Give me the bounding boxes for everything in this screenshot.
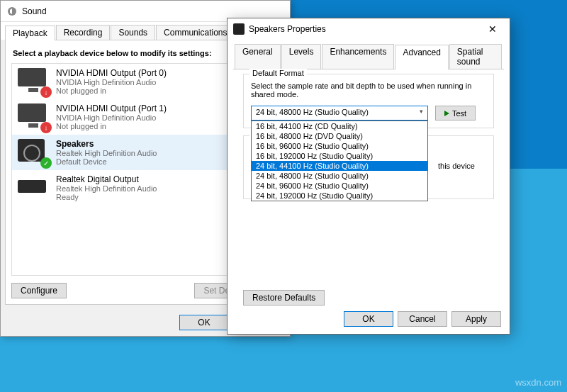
monitor-icon: ↓	[18, 103, 49, 130]
tab-communications[interactable]: Communications	[156, 25, 235, 40]
format-option[interactable]: 16 bit, 96000 Hz (Studio Quality)	[252, 141, 427, 151]
prop-ok-button[interactable]: OK	[344, 311, 393, 327]
tab-levels[interactable]: Levels	[281, 44, 322, 69]
default-format-legend: Default Format	[249, 69, 307, 77]
format-option[interactable]: 16 bit, 48000 Hz (DVD Quality)	[252, 131, 427, 141]
device-driver: NVIDIA High Definition Audio	[56, 78, 167, 86]
configure-button[interactable]: Configure	[11, 283, 67, 298]
restore-defaults-button[interactable]: Restore Defaults	[243, 290, 325, 306]
format-option[interactable]: 24 bit, 96000 Hz (Studio Quality)	[252, 181, 427, 191]
device-name: NVIDIA HDMI Output (Port 1)	[56, 103, 167, 113]
device-name: Speakers	[56, 139, 157, 149]
device-status: Default Device	[56, 157, 157, 166]
format-option-highlighted[interactable]: 24 bit, 44100 Hz (Studio Quality)	[252, 161, 427, 171]
speaker-icon: ✓	[18, 139, 49, 166]
device-driver: Realtek High Definition Audio	[56, 149, 157, 157]
sound-title-icon	[6, 6, 18, 17]
device-driver: Realtek High Definition Audio	[56, 184, 157, 193]
format-option[interactable]: 24 bit, 48000 Hz (Studio Quality)	[252, 171, 427, 181]
tab-general[interactable]: General	[235, 44, 281, 69]
watermark-text: wsxdn.com	[515, 377, 561, 388]
test-button-label: Test	[452, 109, 466, 118]
format-option[interactable]: 16 bit, 44100 Hz (CD Quality)	[252, 121, 427, 131]
tab-sounds[interactable]: Sounds	[111, 25, 155, 40]
prop-tabs: General Levels Enhancements Advanced Spa…	[228, 40, 510, 69]
sound-title-text: Sound	[22, 6, 47, 16]
device-name: NVIDIA HDMI Output (Port 0)	[56, 68, 167, 78]
device-status: Ready	[56, 193, 157, 201]
prop-cancel-button[interactable]: Cancel	[398, 311, 447, 327]
tab-recording[interactable]: Recording	[56, 25, 111, 40]
unplugged-badge-icon: ↓	[40, 86, 52, 98]
format-option[interactable]: 24 bit, 192000 Hz (Studio Quality)	[252, 191, 427, 201]
format-option[interactable]: 16 bit, 192000 Hz (Studio Quality)	[252, 151, 427, 161]
prop-titlebar[interactable]: Speakers Properties ✕	[228, 18, 510, 40]
device-status: Not plugged in	[56, 122, 167, 130]
default-format-group: Default Format Select the sample rate an…	[243, 74, 494, 128]
device-name: Realtek Digital Output	[56, 174, 157, 184]
device-status: Not plugged in	[56, 86, 167, 95]
prop-apply-button[interactable]: Apply	[451, 311, 501, 327]
tab-advanced[interactable]: Advanced	[395, 45, 448, 69]
prop-title-text: Speakers Properties	[249, 24, 326, 34]
format-combobox[interactable]: 24 bit, 48000 Hz (Studio Quality)	[251, 106, 428, 121]
tab-spatial-sound[interactable]: Spatial sound	[449, 44, 502, 69]
monitor-icon: ↓	[18, 68, 49, 95]
sound-ok-button[interactable]: OK	[179, 315, 229, 330]
device-driver: NVIDIA High Definition Audio	[56, 113, 167, 122]
tab-playback[interactable]: Playback	[5, 26, 55, 40]
close-button[interactable]: ✕	[478, 21, 507, 37]
speakers-properties-window: Speakers Properties ✕ General Levels Enh…	[227, 18, 510, 335]
tab-enhancements[interactable]: Enhancements	[322, 44, 394, 69]
test-button[interactable]: Test	[435, 106, 476, 121]
speakers-title-icon	[233, 23, 245, 35]
unplugged-badge-icon: ↓	[40, 122, 52, 133]
play-icon	[444, 111, 449, 116]
default-format-info: Select the sample rate and bit depth to …	[251, 82, 486, 99]
default-badge-icon: ✓	[40, 157, 52, 169]
format-dropdown-list[interactable]: 16 bit, 44100 Hz (CD Quality) 16 bit, 48…	[251, 121, 428, 201]
digital-output-icon	[18, 174, 49, 201]
exclusive-text-fragment: this device	[438, 162, 475, 170]
